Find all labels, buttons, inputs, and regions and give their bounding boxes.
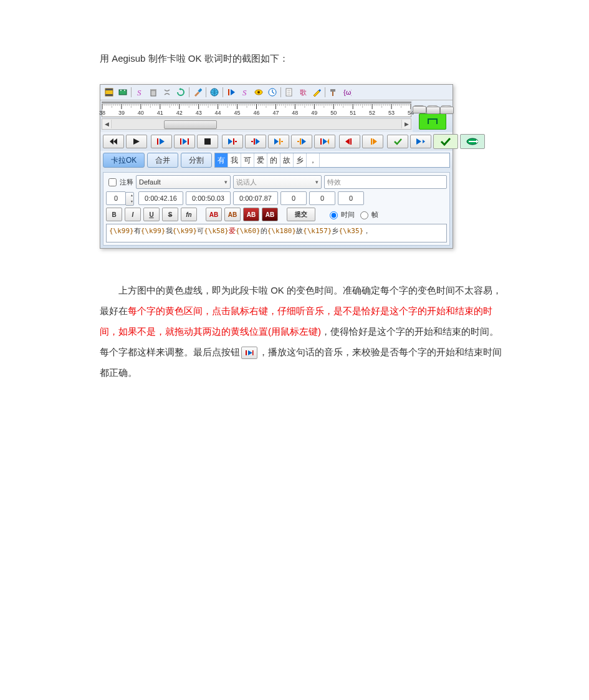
pen-icon[interactable] <box>310 86 323 98</box>
play-remain-icon[interactable] <box>314 135 335 148</box>
link-zoom-icon[interactable] <box>419 113 446 130</box>
bold-button[interactable]: B <box>106 208 122 221</box>
strike-button[interactable]: S <box>162 208 178 221</box>
braces-icon[interactable]: {ω} <box>341 86 353 98</box>
italic-button[interactable]: I <box>125 208 141 221</box>
svg-rect-7 <box>151 90 156 96</box>
svg-rect-20 <box>330 89 335 92</box>
time-radio[interactable]: 时间 <box>327 209 355 219</box>
merge-tab[interactable]: 合并 <box>147 153 178 168</box>
play-before-end-icon[interactable] <box>268 135 289 148</box>
film-strip-icon[interactable] <box>117 86 129 98</box>
svg-marker-591 <box>274 138 279 145</box>
syllable-box[interactable]: 有我可爱的故乡， <box>214 153 450 168</box>
rewind-icon[interactable] <box>103 135 124 148</box>
margin-r-input[interactable]: 0 <box>309 191 335 205</box>
eye-icon[interactable] <box>252 86 265 98</box>
scrollbar-thumb[interactable] <box>164 120 218 129</box>
layer-input[interactable]: 0 <box>106 191 126 205</box>
play-after-start-icon[interactable] <box>245 135 266 148</box>
brush-icon[interactable] <box>191 86 204 98</box>
svg-marker-576 <box>110 138 113 145</box>
horizontal-scrollbar[interactable]: ◀ ▶ <box>102 118 411 130</box>
svg-text:S: S <box>242 88 247 97</box>
svg-rect-592 <box>279 138 280 145</box>
svg-text:歌: 歌 <box>300 89 307 96</box>
svg-marker-13 <box>231 89 235 95</box>
commit-button[interactable]: 提交 <box>287 208 315 221</box>
svg-rect-21 <box>332 92 333 96</box>
commit-check-icon[interactable] <box>387 135 408 148</box>
play-sel-icon[interactable] <box>174 135 195 148</box>
color3-button[interactable]: AB <box>243 208 259 221</box>
style-icon[interactable]: S <box>133 86 146 98</box>
film-icon[interactable] <box>103 86 115 98</box>
karaoke-tab[interactable]: 卡拉OK <box>103 153 145 168</box>
start-time-input[interactable]: 0:00:42.16 <box>138 191 183 205</box>
svg-rect-579 <box>157 138 158 145</box>
scroll-left-icon[interactable]: ◀ <box>102 120 111 128</box>
font-button[interactable]: fn <box>181 208 197 221</box>
next-line-icon[interactable] <box>410 135 431 148</box>
syllable-cell[interactable]: 乡 <box>294 153 307 167</box>
transport-bar <box>100 132 453 151</box>
play-before-start-icon[interactable] <box>222 135 243 148</box>
k-icon[interactable]: 歌 <box>297 86 309 98</box>
subtitle-text-input[interactable]: {\k99}有{\k99}我{\k99}可{\k58}爱{\k60}的{\k18… <box>106 224 447 242</box>
stop-icon[interactable] <box>197 135 218 148</box>
lead-out-icon[interactable] <box>362 135 383 148</box>
time-ruler[interactable]: 3839404142434445464748495051525354 <box>102 103 411 117</box>
syllable-cell[interactable]: 的 <box>267 153 280 167</box>
frame-radio[interactable]: 帧 <box>357 209 378 219</box>
scroll-right-icon[interactable]: ▶ <box>402 120 411 128</box>
vertical-zoom-slider[interactable] <box>428 105 438 107</box>
clip-icon[interactable] <box>161 86 173 98</box>
confirm-icon[interactable] <box>433 134 458 149</box>
syllable-cell[interactable]: 我 <box>228 153 241 167</box>
comment-checkbox[interactable]: 注释 <box>106 176 133 188</box>
end-time-input[interactable]: 0:00:50.03 <box>186 191 231 205</box>
svg-rect-12 <box>228 89 229 95</box>
svg-rect-2 <box>105 94 113 96</box>
auto-icon[interactable] <box>460 134 485 149</box>
hammer-icon[interactable] <box>327 86 340 98</box>
trash-icon[interactable] <box>147 86 160 98</box>
duration-input[interactable]: 0:00:07.87 <box>233 191 278 205</box>
syllable-cell[interactable]: 可 <box>241 153 254 167</box>
style-combo[interactable]: Default <box>136 175 231 189</box>
margin-l-input[interactable]: 0 <box>280 191 307 205</box>
play-icon[interactable] <box>126 135 147 148</box>
syllable-cell[interactable]: ， <box>307 153 320 167</box>
svg-marker-585 <box>228 138 232 145</box>
syllable-cell[interactable]: 爱 <box>254 153 267 167</box>
svg-marker-605 <box>423 140 425 143</box>
actor-combo[interactable]: 说话人 <box>233 175 322 189</box>
effect-input[interactable]: 特效 <box>324 175 447 189</box>
color2-button[interactable]: AB <box>224 208 241 221</box>
syllable-cell[interactable]: 有 <box>215 153 228 167</box>
svg-rect-593 <box>281 141 283 142</box>
margin-v-input[interactable]: 0 <box>338 191 364 205</box>
aegisub-screenshot: SS歌{ω} 有我可爱的故乡 3839404142434445464748495… <box>100 84 453 249</box>
s-icon[interactable]: S <box>239 86 251 98</box>
svg-point-4 <box>120 90 122 91</box>
globe-icon[interactable] <box>208 86 221 98</box>
page-icon[interactable] <box>283 86 295 98</box>
waveform-display[interactable]: 有我可爱的故乡 <box>102 102 411 103</box>
underline-button[interactable]: U <box>143 208 160 221</box>
clock-icon[interactable] <box>266 86 279 98</box>
color1-button[interactable]: AB <box>206 208 222 221</box>
play-after-end-icon[interactable] <box>291 135 312 148</box>
timing-start-icon[interactable] <box>225 86 237 98</box>
explanation-text: 上方图中的黄色虚线，即为此段卡啦 OK 的变色时间。准确确定每个字的变色时间不太… <box>100 280 502 383</box>
lead-in-icon[interactable] <box>339 135 360 148</box>
refresh-icon[interactable] <box>175 86 187 98</box>
play-line-icon[interactable] <box>151 135 172 148</box>
volume-slider[interactable] <box>441 105 451 107</box>
svg-marker-604 <box>416 138 421 145</box>
split-tab[interactable]: 分割 <box>181 153 212 168</box>
zoom-slider[interactable] <box>414 105 424 107</box>
karaoke-syllable-label: 爱 <box>237 102 249 103</box>
color4-button[interactable]: AB <box>262 208 278 221</box>
syllable-cell[interactable]: 故 <box>280 153 294 167</box>
